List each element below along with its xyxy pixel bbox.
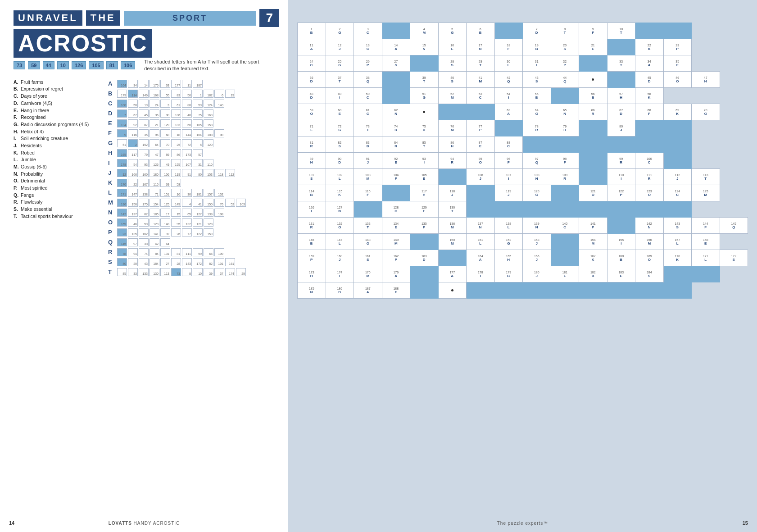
grid-cell[interactable]: 49I	[326, 88, 354, 104]
grid-cell[interactable]: 81R	[298, 136, 326, 153]
answer-cell[interactable]: 180	[150, 169, 159, 177]
grid-cell[interactable]: 118J	[438, 185, 467, 201]
answer-row-K[interactable]: K170221671156958	[108, 179, 279, 187]
answer-cell[interactable]: 142	[117, 209, 127, 217]
answer-row-I[interactable]: I17854931264915510731110	[108, 159, 279, 167]
answer-row-D[interactable]: D7674536901864875163	[108, 109, 279, 118]
grid-cell[interactable]	[607, 218, 635, 234]
answer-cell[interactable]: 117	[128, 149, 138, 157]
answer-cell[interactable]: 37	[214, 268, 224, 276]
grid-cell[interactable]: 139N	[523, 218, 551, 234]
grid-cell[interactable]: 33T	[607, 55, 635, 72]
grid-cell[interactable]: 65N	[551, 104, 579, 120]
answer-cell[interactable]: 59	[139, 218, 149, 227]
answer-cell[interactable]: 26	[171, 228, 181, 236]
grid-cell[interactable]: 41M	[467, 72, 495, 88]
grid-cell[interactable]: 5G	[438, 23, 467, 39]
grid-cell[interactable]: 54I	[494, 88, 523, 104]
answer-cell[interactable]: 81	[171, 248, 181, 256]
answer-cell[interactable]: 74	[139, 248, 149, 256]
grid-cell[interactable]: 181L	[551, 266, 579, 282]
grid-cell[interactable]	[551, 234, 579, 250]
grid-cell[interactable]: 42Q	[494, 72, 523, 88]
grid-cell[interactable]: 95O	[467, 153, 495, 169]
grid-cell[interactable]: 96F	[494, 153, 523, 169]
answer-cell[interactable]: 165	[117, 149, 127, 157]
grid-cell[interactable]: 28S	[438, 55, 467, 72]
answer-row-J[interactable]: J121661601801061199180153118112	[108, 169, 279, 177]
answer-cell[interactable]: 49	[160, 159, 170, 167]
answer-cell[interactable]: 174	[225, 268, 235, 276]
grid-cell[interactable]	[494, 23, 523, 39]
answer-cell[interactable]: 109	[214, 248, 224, 256]
answer-cell[interactable]: 103	[236, 199, 246, 207]
answer-cell[interactable]: 163	[204, 109, 213, 118]
grid-cell[interactable]: 165H	[494, 250, 523, 266]
answer-row-T[interactable]: T853313313011373810393717429	[108, 268, 279, 276]
answer-cell[interactable]: 187	[193, 80, 203, 88]
answer-cell[interactable]: 90	[160, 109, 170, 118]
grid-cell[interactable]: 166J	[523, 250, 551, 266]
answer-row-F[interactable]: F91163596681814410418898	[108, 129, 279, 137]
grid-cell[interactable]: 32P	[551, 55, 579, 72]
grid-cell[interactable]: 129E	[410, 201, 439, 218]
grid-cell[interactable]: 133T	[354, 218, 382, 234]
grid-cell[interactable]: 27S	[382, 55, 410, 72]
answer-cell[interactable]: 145	[117, 238, 127, 246]
grid-cell[interactable]: 157L	[663, 234, 692, 250]
answer-cell[interactable]: 44	[160, 238, 170, 246]
grid-cell[interactable]: 52M	[438, 88, 467, 104]
answer-cell[interactable]: 146	[139, 90, 149, 98]
grid-cell[interactable]: 163D	[410, 250, 439, 266]
grid-cell[interactable]: 144F	[692, 218, 720, 234]
grid-cell[interactable]: 173H	[298, 266, 326, 282]
grid-cell[interactable]	[467, 201, 495, 218]
grid-cell[interactable]: 149M	[382, 234, 410, 250]
grid-cell[interactable]: 6B	[467, 23, 495, 39]
grid-cell[interactable]	[467, 282, 495, 299]
grid-cell[interactable]	[382, 185, 410, 201]
grid-cell[interactable]: 94R	[438, 153, 467, 169]
grid-cell[interactable]	[410, 282, 439, 299]
answer-cell[interactable]: 124	[204, 100, 213, 108]
answer-cell[interactable]: 62	[139, 209, 149, 217]
grid-cell[interactable]: 71L	[298, 120, 326, 136]
answer-cell[interactable]: 69	[160, 179, 170, 187]
answer-cell[interactable]: 151	[160, 189, 170, 197]
answer-cell[interactable]: 104	[193, 129, 203, 137]
answer-cell[interactable]: 152	[139, 139, 149, 147]
answer-cell[interactable]: 34	[128, 80, 138, 88]
grid-cell[interactable]: 183E	[607, 266, 635, 282]
grid-cell[interactable]	[438, 104, 467, 120]
grid-cell[interactable]: 87E	[467, 136, 495, 153]
grid-cell[interactable]: 17N	[467, 39, 495, 55]
answer-cell[interactable]: 47	[150, 149, 159, 157]
answer-cell[interactable]: 160	[139, 169, 149, 177]
answer-row-R[interactable]: R78947484131811119966109	[108, 248, 279, 256]
grid-cell[interactable]: 135P	[410, 218, 439, 234]
grid-cell[interactable]: 104F	[382, 169, 410, 185]
answer-cell[interactable]: 169	[117, 218, 127, 227]
grid-cell[interactable]: 46O	[663, 72, 692, 88]
answer-cell[interactable]: 48	[182, 109, 192, 118]
answer-cell[interactable]: 120	[204, 139, 213, 147]
grid-cell[interactable]: 132O	[326, 218, 354, 234]
grid-cell[interactable]	[663, 201, 692, 218]
answer-cell[interactable]: 1	[193, 90, 203, 98]
answer-cell[interactable]: 31	[193, 159, 203, 167]
grid-cell[interactable]: 21E	[579, 39, 607, 55]
answer-cell[interactable]: 19	[225, 90, 235, 98]
grid-cell[interactable]: 177A	[438, 266, 467, 282]
answer-cell[interactable]: 127	[193, 209, 203, 217]
grid-cell[interactable]: 176A	[382, 266, 410, 282]
answer-cell[interactable]: 158	[204, 119, 213, 127]
grid-cell[interactable]	[635, 120, 664, 136]
answer-cell[interactable]: 60	[182, 119, 192, 127]
answer-cell[interactable]: 100	[117, 100, 127, 108]
grid-cell[interactable]	[579, 120, 607, 136]
grid-cell[interactable]: 53C	[467, 88, 495, 104]
answer-cell[interactable]: 30	[182, 189, 192, 197]
grid-cell[interactable]: 23P	[663, 39, 692, 55]
answer-cell[interactable]: 188	[204, 129, 213, 137]
grid-cell[interactable]	[382, 23, 410, 39]
